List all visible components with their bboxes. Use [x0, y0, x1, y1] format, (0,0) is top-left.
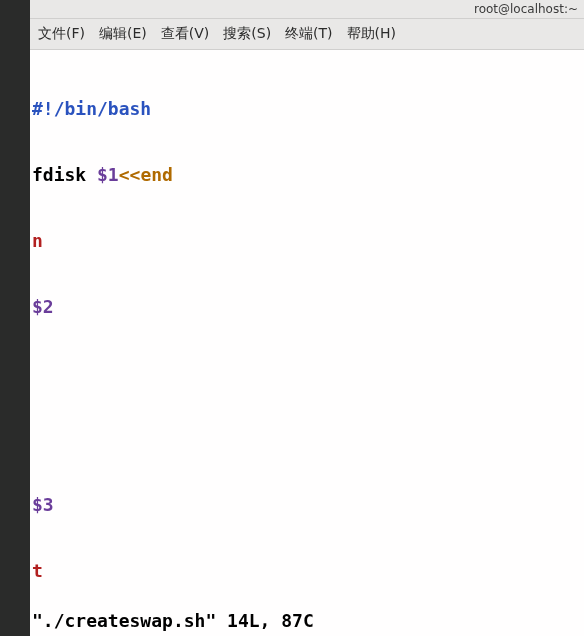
- editor-area[interactable]: #!/bin/bash fdisk $1<<end n $2 $3 t 82 w…: [30, 50, 584, 610]
- fdisk-cmd: fdisk: [32, 164, 97, 185]
- menu-help[interactable]: 帮助(H): [347, 25, 396, 43]
- heredoc-tag-open: end: [140, 164, 173, 185]
- terminal-window: root@localhost:~ 文件(F) 编辑(E) 查看(V) 搜索(S)…: [30, 0, 584, 636]
- menu-edit[interactable]: 编辑(E): [99, 25, 147, 43]
- menubar: 文件(F) 编辑(E) 查看(V) 搜索(S) 终端(T) 帮助(H): [30, 19, 584, 50]
- shebang-line: #!/bin/bash: [32, 98, 151, 119]
- heredoc-t: t: [32, 560, 43, 581]
- heredoc-n: n: [32, 230, 43, 251]
- menu-file[interactable]: 文件(F): [38, 25, 85, 43]
- menu-view[interactable]: 查看(V): [161, 25, 210, 43]
- menu-search[interactable]: 搜索(S): [223, 25, 271, 43]
- window-titlebar: root@localhost:~: [30, 0, 584, 19]
- window-title: root@localhost:~: [474, 2, 578, 16]
- heredoc-arg2: $2: [32, 296, 54, 317]
- heredoc-arg3: $3: [32, 494, 54, 515]
- blank-line-1: [32, 362, 582, 384]
- fdisk-arg: $1: [97, 164, 119, 185]
- blank-line-2: [32, 428, 582, 450]
- menu-terminal[interactable]: 终端(T): [285, 25, 332, 43]
- heredoc-op: <<: [119, 164, 141, 185]
- vim-status-line: "./createswap.sh" 14L, 87C: [30, 608, 584, 636]
